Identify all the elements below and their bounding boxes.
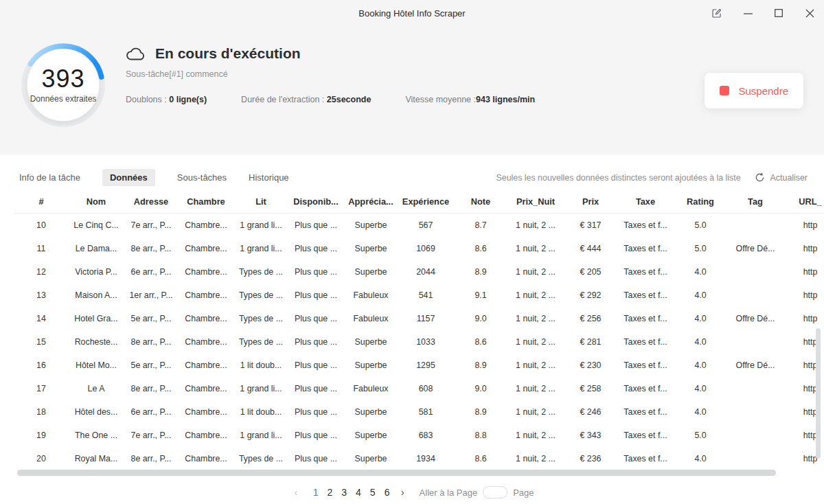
- table-cell: 1 nuit, 2 ...: [508, 290, 563, 300]
- table-cell: Taxes et f...: [618, 384, 673, 393]
- table-cell: 1 grand li...: [233, 244, 288, 253]
- page-number[interactable]: 5: [365, 487, 380, 498]
- stat-duplicates: Doublons : 0 ligne(s): [126, 95, 207, 104]
- page-number[interactable]: 6: [380, 487, 394, 498]
- table-cell: 6e arr., P...: [124, 407, 179, 417]
- table-cell: 16: [14, 360, 69, 370]
- data-panel: Info de la tâche Données Sous-tâches His…: [0, 154, 824, 504]
- table-row: 13Maison A...1er arr., P...Chambre...Typ…: [14, 284, 824, 307]
- table-cell: Taxes et f...: [618, 360, 673, 370]
- refresh-label: Actualiser: [770, 173, 808, 183]
- pagination: ‹ 123456 › Aller à la Page Page: [0, 486, 824, 499]
- minimize-icon[interactable]: [742, 7, 754, 19]
- page-number[interactable]: 3: [337, 487, 352, 498]
- table-cell: Offre Dé...: [728, 244, 783, 253]
- table-cell: Taxes et f...: [618, 407, 673, 417]
- table-cell: http: [783, 244, 824, 253]
- table-cell: Types de ...: [233, 314, 288, 323]
- table-cell: 2044: [398, 267, 453, 277]
- table-cell: Plus que ...: [288, 360, 343, 370]
- table-cell: 1 nuit, 2 ...: [508, 220, 563, 230]
- table-cell: Plus que ...: [288, 267, 343, 277]
- status-block: En cours d'exécution Sous-tâche[#1] comm…: [126, 45, 535, 104]
- table-cell: 5.0: [673, 220, 728, 230]
- page-number[interactable]: 1: [308, 487, 323, 498]
- status-section: 393 Données extraites En cours d'exécuti…: [0, 26, 824, 154]
- table-cell: Victoria P...: [69, 267, 124, 277]
- goto-page-label: Aller à la Page: [420, 488, 478, 498]
- column-header: Prix: [563, 196, 618, 207]
- cloud-icon: [126, 45, 146, 62]
- table-cell: 14: [14, 314, 69, 323]
- table-cell: Chambre...: [179, 314, 233, 323]
- table-cell: Superbe: [343, 454, 398, 463]
- horizontal-scrollbar[interactable]: [17, 470, 776, 476]
- table-row: 17Le A8e arr., P...Chambre...1 grand li.…: [14, 377, 824, 400]
- table-cell: 13: [14, 290, 69, 300]
- table-cell: 1 grand li...: [233, 431, 288, 440]
- table-cell: 1069: [398, 244, 453, 253]
- refresh-button[interactable]: Actualiser: [755, 172, 808, 183]
- table-cell: Superbe: [343, 244, 398, 253]
- tab-history[interactable]: Historique: [249, 169, 289, 186]
- progress-ring: 393 Données extraites: [19, 41, 107, 129]
- table-cell: 15: [14, 337, 69, 347]
- table-cell: 1 nuit, 2 ...: [508, 384, 563, 393]
- table-row: 20Royal Ma...8e arr., P...Chambre...Type…: [14, 447, 824, 470]
- tab-data[interactable]: Données: [102, 169, 155, 186]
- table-cell: 1 grand li...: [233, 384, 288, 393]
- page-number[interactable]: 4: [352, 487, 366, 498]
- window-title: Booking Hôtel Info Scraper: [358, 8, 465, 19]
- titlebar: Booking Hôtel Info Scraper: [0, 0, 824, 26]
- column-header: URL_: [783, 196, 824, 207]
- table-cell: Chambre...: [179, 360, 233, 370]
- table-cell: € 236: [563, 454, 618, 463]
- table-cell: 11: [14, 244, 69, 253]
- goto-page-input[interactable]: [483, 486, 507, 499]
- next-page-arrow[interactable]: ›: [394, 487, 409, 498]
- column-header: Apprécia...: [343, 196, 398, 207]
- table-cell: 9.1: [453, 290, 508, 300]
- maximize-icon[interactable]: [772, 7, 785, 19]
- table-cell: 1 nuit, 2 ...: [508, 267, 563, 277]
- table-cell: 8.9: [453, 407, 508, 417]
- column-header: Tag: [728, 196, 783, 207]
- table-cell: http: [783, 314, 824, 323]
- table-row: 15Rocheste...8e arr., P...Chambre...Type…: [14, 330, 824, 354]
- tab-task-info[interactable]: Info de la tâche: [19, 169, 80, 186]
- table-cell: € 205: [563, 267, 618, 277]
- close-icon[interactable]: [803, 7, 816, 19]
- window-controls: [711, 0, 816, 26]
- table-cell: 8.9: [453, 360, 508, 370]
- table-cell: 19: [14, 431, 69, 440]
- table-cell: Chambre...: [179, 384, 233, 393]
- prev-page-arrow[interactable]: ‹: [290, 487, 301, 498]
- table-cell: 20: [14, 454, 69, 463]
- table-cell: 9.0: [453, 384, 508, 393]
- table-cell: 8e arr., P...: [124, 337, 179, 347]
- page-number[interactable]: 2: [323, 487, 337, 498]
- edit-icon[interactable]: [711, 7, 723, 19]
- vertical-scrollbar[interactable]: [816, 328, 821, 459]
- table-cell: 1 grand li...: [233, 220, 288, 230]
- table-cell: 1er arr., P...: [124, 290, 179, 300]
- tab-subtasks[interactable]: Sous-tâches: [177, 169, 227, 186]
- table-cell: 1 nuit, 2 ...: [508, 407, 563, 417]
- table-cell: Plus que ...: [288, 407, 343, 417]
- extracted-count: 393: [41, 67, 84, 91]
- table-row: 14Hotel Gra...5e arr., P...Chambre...Typ…: [14, 307, 824, 330]
- table-cell: 1295: [398, 360, 453, 370]
- stop-icon: [720, 86, 729, 95]
- table-cell: 1 lit doub...: [233, 360, 288, 370]
- suspend-button[interactable]: Suspendre: [705, 73, 803, 108]
- table-row: 19The One ...7e arr., P...Chambre...1 gr…: [14, 424, 824, 447]
- table-cell: Hôtel Mo...: [69, 360, 124, 370]
- page-list: 123456: [308, 487, 394, 498]
- table-cell: Types de ...: [233, 290, 288, 300]
- table-cell: 8.9: [453, 267, 508, 277]
- table-cell: Rocheste...: [69, 337, 124, 347]
- table-cell: Taxes et f...: [618, 220, 673, 230]
- column-header: #: [14, 196, 69, 207]
- table-cell: 4.0: [673, 337, 728, 347]
- table-cell: Taxes et f...: [618, 290, 673, 300]
